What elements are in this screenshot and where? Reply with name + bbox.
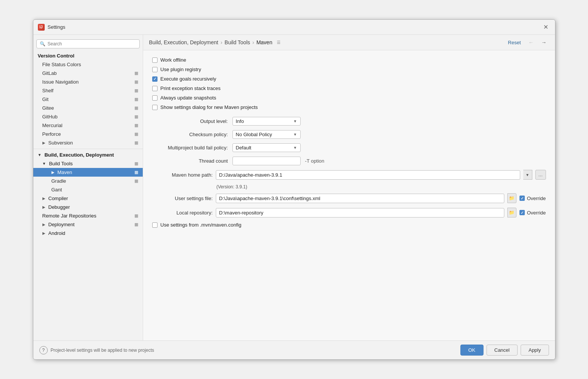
chevron-right-icon: ▶ xyxy=(42,205,45,209)
thread-count-input[interactable] xyxy=(232,157,301,165)
work-offline-label[interactable]: Work offline xyxy=(152,57,186,63)
use-plugin-registry-row: Use plugin registry xyxy=(152,67,546,72)
sidebar-item-gitlab[interactable]: GitLab ▦ xyxy=(33,69,143,78)
app-icon: IJ xyxy=(38,24,45,31)
breadcrumb-sep-2: › xyxy=(253,39,254,45)
use-mvn-settings-label[interactable]: Use settings from .mvn/maven.config xyxy=(152,222,242,228)
sidebar-item-deployment[interactable]: ▶ Deployment ▦ xyxy=(33,220,143,229)
nav-back-button[interactable]: ← xyxy=(526,39,536,46)
user-settings-file-label: User settings file: xyxy=(152,196,213,201)
local-repository-folder-button[interactable]: 📁 xyxy=(507,208,516,217)
maven-home-dropdown-button[interactable]: ▼ xyxy=(523,170,532,180)
sidebar-item-build-execution-deployment[interactable]: ▼ Build, Execution, Deployment xyxy=(33,151,143,159)
always-update-label[interactable]: Always update snapshots xyxy=(152,95,216,101)
sidebar-item-git[interactable]: Git ▦ xyxy=(33,95,143,104)
title-bar: IJ Settings ✕ xyxy=(33,20,555,35)
sidebar-item-compiler[interactable]: ▶ Compiler xyxy=(33,194,143,203)
local-repository-override-checkbox[interactable] xyxy=(519,210,525,215)
menu-icon[interactable]: ☰ xyxy=(277,40,281,45)
show-settings-dialog-checkbox[interactable] xyxy=(152,105,158,110)
grid-icon: ▦ xyxy=(134,170,138,175)
dropdown-arrow-icon: ▼ xyxy=(293,146,297,150)
show-settings-dialog-row: Show settings dialog for new Maven proje… xyxy=(152,104,546,110)
close-button[interactable]: ✕ xyxy=(541,23,551,31)
version-note: (Version: 3.9.1) xyxy=(217,184,546,190)
sidebar-item-issue-navigation[interactable]: Issue Navigation ▦ xyxy=(33,78,143,86)
show-settings-dialog-label[interactable]: Show settings dialog for new Maven proje… xyxy=(152,104,258,110)
grid-icon: ▦ xyxy=(134,179,138,183)
help-button[interactable]: ? xyxy=(39,346,48,354)
local-repository-override-label: Override xyxy=(527,210,546,216)
use-plugin-registry-label[interactable]: Use plugin registry xyxy=(152,67,201,72)
sidebar-item-subversion[interactable]: ▶ Subversion ▦ xyxy=(33,138,143,147)
local-repository-input[interactable] xyxy=(216,208,504,217)
thread-count-label: Thread count xyxy=(152,158,228,164)
sidebar-item-github[interactable]: GitHub ▦ xyxy=(33,112,143,121)
local-repository-row: Local repository: 📁 Override xyxy=(152,208,546,217)
grid-icon: ▦ xyxy=(134,97,138,102)
sidebar-item-remote-jar-repositories[interactable]: Remote Jar Repositories ▦ xyxy=(33,211,143,220)
ok-button[interactable]: OK xyxy=(460,345,484,356)
settings-panel: Work offline Use plugin registry Execute… xyxy=(143,50,555,340)
print-exception-row: Print exception stack traces xyxy=(152,85,546,91)
sidebar-item-gradle[interactable]: Gradle ▦ xyxy=(33,177,143,185)
grid-icon: ▦ xyxy=(134,213,138,218)
sidebar-item-version-control[interactable]: Version Control xyxy=(33,51,143,60)
multiproject-select[interactable]: Default ▼ xyxy=(232,143,301,152)
user-settings-file-input[interactable] xyxy=(216,194,504,203)
nav-forward-button[interactable]: → xyxy=(539,39,549,46)
sidebar-item-mercurial[interactable]: Mercurial ▦ xyxy=(33,121,143,130)
sidebar-item-shelf[interactable]: Shelf ▦ xyxy=(33,86,143,95)
grid-icon: ▦ xyxy=(134,161,138,166)
thread-count-row: Thread count -T option xyxy=(152,157,546,165)
execute-goals-row: Execute goals recursively xyxy=(152,76,546,82)
apply-button[interactable]: Apply xyxy=(521,345,549,356)
dialog-footer: ? Project-level settings will be applied… xyxy=(33,340,555,359)
chevron-right-icon: ▶ xyxy=(42,196,45,200)
search-input[interactable] xyxy=(48,41,136,47)
use-mvn-settings-row: Use settings from .mvn/maven.config xyxy=(152,222,546,228)
work-offline-checkbox[interactable] xyxy=(152,57,158,63)
execute-goals-checkbox[interactable] xyxy=(152,76,158,82)
sidebar-item-android[interactable]: ▶ Android xyxy=(33,229,143,238)
search-box[interactable]: 🔍 xyxy=(36,39,140,48)
execute-goals-label[interactable]: Execute goals recursively xyxy=(152,76,216,82)
maven-home-path-input[interactable] xyxy=(216,170,520,180)
sidebar-item-debugger[interactable]: ▶ Debugger xyxy=(33,203,143,211)
sidebar-item-gant[interactable]: Gant xyxy=(33,185,143,194)
maven-home-browse-button[interactable]: … xyxy=(535,170,546,180)
checksum-policy-select[interactable]: No Global Policy ▼ xyxy=(232,130,301,139)
dialog-body: 🔍 Version Control File Status Colors Git… xyxy=(33,35,555,340)
user-settings-override-checkbox[interactable] xyxy=(519,196,525,201)
use-mvn-settings-checkbox[interactable] xyxy=(152,222,158,228)
print-exception-checkbox[interactable] xyxy=(152,86,158,91)
local-repository-label: Local repository: xyxy=(152,210,213,216)
sidebar-item-perforce[interactable]: Perforce ▦ xyxy=(33,130,143,138)
output-level-select[interactable]: Info ▼ xyxy=(232,117,301,126)
reset-button[interactable]: Reset xyxy=(506,39,523,46)
sidebar-item-gitee[interactable]: Gitee ▦ xyxy=(33,104,143,112)
always-update-checkbox[interactable] xyxy=(152,95,158,101)
breadcrumb-part-2: Build Tools xyxy=(225,39,250,45)
chevron-right-icon: ▶ xyxy=(42,141,45,145)
sidebar: 🔍 Version Control File Status Colors Git… xyxy=(33,35,143,340)
breadcrumb-part-1: Build, Execution, Deployment xyxy=(149,39,218,45)
print-exception-label[interactable]: Print exception stack traces xyxy=(152,85,221,91)
user-settings-override-label: Override xyxy=(527,196,546,201)
sidebar-item-maven[interactable]: ▶ Maven ▦ xyxy=(33,168,143,177)
user-settings-folder-button[interactable]: 📁 xyxy=(507,193,516,203)
footer-note: Project-level settings will be applied t… xyxy=(51,348,154,353)
search-icon: 🔍 xyxy=(40,41,45,47)
grid-icon: ▦ xyxy=(134,88,138,93)
cancel-button[interactable]: Cancel xyxy=(487,345,518,356)
checksum-policy-row: Checksum policy: No Global Policy ▼ xyxy=(152,130,546,139)
chevron-right-icon: ▶ xyxy=(42,231,45,235)
sidebar-item-file-status-colors[interactable]: File Status Colors xyxy=(33,60,143,69)
main-content: Build, Execution, Deployment › Build Too… xyxy=(143,35,555,340)
breadcrumb-sep-1: › xyxy=(220,39,222,45)
grid-icon: ▦ xyxy=(134,132,138,137)
grid-icon: ▦ xyxy=(134,79,138,84)
use-plugin-registry-checkbox[interactable] xyxy=(152,67,158,72)
chevron-right-icon: ▶ xyxy=(51,170,55,174)
sidebar-item-build-tools[interactable]: ▼ Build Tools ▦ xyxy=(33,159,143,168)
